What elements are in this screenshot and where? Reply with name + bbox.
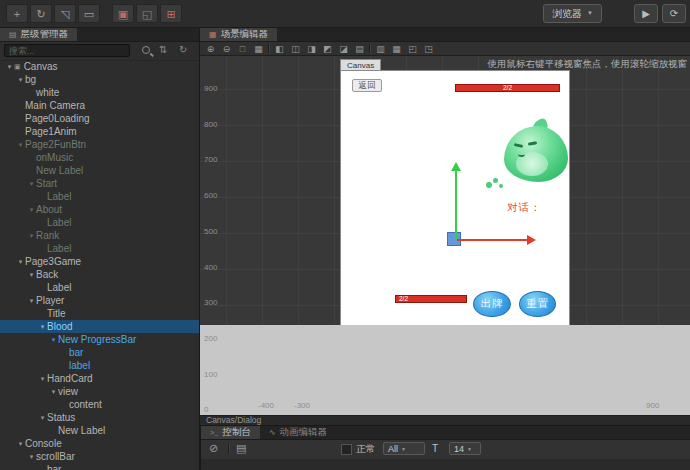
- rect-tool-icon[interactable]: ▭: [78, 4, 100, 23]
- tree-item-page1anim[interactable]: Page1Anim: [0, 125, 199, 138]
- expand-arrow-icon[interactable]: ▾: [49, 333, 58, 346]
- refresh-tree-icon[interactable]: ↻: [179, 44, 187, 55]
- expand-arrow-icon[interactable]: ▾: [27, 177, 36, 190]
- fit-view-icon[interactable]: ▦: [252, 44, 265, 54]
- expand-arrow-icon[interactable]: ▾: [16, 73, 25, 86]
- pivot-toggle-icon[interactable]: ▣: [112, 4, 134, 23]
- tree-item-content[interactable]: content: [0, 398, 199, 411]
- player-hp-bar[interactable]: 2/2: [395, 295, 467, 303]
- enemy-hp-bar[interactable]: 2/2: [455, 84, 560, 92]
- tree-item-label[interactable]: label: [0, 359, 199, 372]
- tree-item-canvas[interactable]: ▾▣Canvas: [0, 60, 199, 73]
- expand-h-icon[interactable]: ◰: [406, 44, 419, 54]
- tree-item-console[interactable]: ▾Console: [0, 437, 199, 450]
- distribute-h-icon[interactable]: ▥: [374, 44, 387, 54]
- dialog-label: 对话：: [507, 201, 542, 215]
- zoom-reset-icon[interactable]: □: [236, 44, 249, 54]
- expand-arrow-icon[interactable]: ▾: [27, 268, 36, 281]
- tree-item-label[interactable]: Label: [0, 216, 199, 229]
- expand-arrow-icon[interactable]: ▾: [27, 450, 36, 463]
- tab-scene-editor[interactable]: ▦ 场景编辑器: [200, 28, 277, 41]
- tree-item-new-progressbar[interactable]: ▾New ProgressBar: [0, 333, 199, 346]
- tree-item-new-label[interactable]: New Label: [0, 424, 199, 437]
- rotate-tool-icon[interactable]: ↻: [30, 4, 52, 23]
- align-middle-icon[interactable]: ◪: [337, 44, 350, 54]
- browser-select[interactable]: 浏览器 ▼: [543, 4, 602, 23]
- gizmo-y-axis[interactable]: [455, 170, 457, 240]
- align-bottom-icon[interactable]: ▤: [353, 44, 366, 54]
- tree-item-main-camera[interactable]: Main Camera: [0, 99, 199, 112]
- font-size-icon[interactable]: T: [432, 442, 438, 455]
- tab-hierarchy[interactable]: ▤ 层级管理器: [0, 28, 77, 41]
- tree-item-bar[interactable]: bar: [0, 463, 199, 470]
- scale-tool-icon[interactable]: ◹: [54, 4, 76, 23]
- tree-item-status[interactable]: ▾Status: [0, 411, 199, 424]
- search-icon[interactable]: [141, 45, 153, 57]
- move-tool-icon[interactable]: +: [6, 4, 28, 23]
- tree-item-new-label[interactable]: New Label: [0, 164, 199, 177]
- distribute-v-icon[interactable]: ▦: [390, 44, 403, 54]
- clear-console-icon[interactable]: ⊘: [209, 442, 218, 455]
- expand-arrow-icon[interactable]: ▾: [16, 255, 25, 268]
- back-button-node[interactable]: 返回: [352, 79, 382, 92]
- tree-item-blood[interactable]: ▾Blood: [0, 320, 199, 333]
- align-center-h-icon[interactable]: ◫: [289, 44, 302, 54]
- refresh-button[interactable]: ⟳: [662, 4, 686, 23]
- zoom-in-icon[interactable]: ⊕: [204, 44, 217, 54]
- normal-filter-checkbox[interactable]: [341, 444, 352, 455]
- expand-arrow-icon[interactable]: ▾: [16, 437, 25, 450]
- tree-item-label[interactable]: Label: [0, 281, 199, 294]
- reset-button-node[interactable]: 重置: [519, 291, 556, 317]
- tree-item-white[interactable]: white: [0, 86, 199, 99]
- player-hp-label: 2/2: [399, 296, 408, 302]
- tree-item-bar[interactable]: bar: [0, 346, 199, 359]
- tree-item-page3game[interactable]: ▾Page3Game: [0, 255, 199, 268]
- scene-viewport[interactable]: 使用鼠标右键平移视窗焦点，使用滚轮缩放视窗 Canvas 90080070060…: [200, 56, 690, 415]
- tree-item-page0loading[interactable]: Page0Loading: [0, 112, 199, 125]
- font-size-select[interactable]: 14 ▼: [449, 442, 481, 455]
- tree-item-bg[interactable]: ▾bg: [0, 73, 199, 86]
- zoom-out-icon[interactable]: ⊖: [220, 44, 233, 54]
- align-left-icon[interactable]: ◧: [273, 44, 286, 54]
- tree-item-scrollbar[interactable]: ▾scrollBar: [0, 450, 199, 463]
- expand-v-icon[interactable]: ◳: [422, 44, 435, 54]
- console-log-area[interactable]: [201, 459, 690, 470]
- tree-item-page2funbtn[interactable]: ▾Page2FunBtn: [0, 138, 199, 151]
- tab-animation-editor[interactable]: ∿ 动画编辑器: [260, 426, 336, 439]
- tree-item-onmusic[interactable]: onMusic: [0, 151, 199, 164]
- collapse-icon[interactable]: ▤: [236, 442, 246, 455]
- align-right-icon[interactable]: ◨: [305, 44, 318, 54]
- tab-console[interactable]: >_ 控制台: [201, 426, 260, 439]
- play-card-button-node[interactable]: 出牌: [473, 291, 511, 317]
- expand-arrow-icon[interactable]: ▾: [38, 411, 47, 424]
- expand-arrow-icon[interactable]: ▾: [38, 372, 47, 385]
- align-top-icon[interactable]: ◩: [321, 44, 334, 54]
- grid-toggle-icon[interactable]: ⊞: [160, 4, 182, 23]
- tree-item-start[interactable]: ▾Start: [0, 177, 199, 190]
- expand-arrow-icon[interactable]: ▾: [38, 320, 47, 333]
- anchor-toggle-icon[interactable]: ◱: [136, 4, 158, 23]
- expand-arrow-icon[interactable]: ▾: [27, 229, 36, 242]
- animation-tab-icon: ∿: [269, 428, 276, 437]
- tree-item-view[interactable]: ▾view: [0, 385, 199, 398]
- tree-item-player[interactable]: ▾Player: [0, 294, 199, 307]
- tree-item-label[interactable]: Label: [0, 190, 199, 203]
- expand-arrow-icon[interactable]: ▾: [5, 60, 14, 73]
- tree-item-back[interactable]: ▾Back: [0, 268, 199, 281]
- expand-arrow-icon[interactable]: ▾: [16, 138, 25, 151]
- tree-item-title[interactable]: Title: [0, 307, 199, 320]
- tree-item-rank[interactable]: ▾Rank: [0, 229, 199, 242]
- tree-item-handcard[interactable]: ▾HandCard: [0, 372, 199, 385]
- particle-dot: [493, 178, 498, 183]
- log-level-select[interactable]: All ▼: [383, 442, 425, 455]
- gizmo-x-axis[interactable]: [457, 239, 527, 241]
- sort-icon[interactable]: ⇅: [159, 44, 167, 55]
- search-input[interactable]: [4, 44, 130, 57]
- play-button[interactable]: ▶: [634, 4, 658, 23]
- expand-arrow-icon[interactable]: ▾: [27, 203, 36, 216]
- expand-arrow-icon[interactable]: ▾: [27, 294, 36, 307]
- tree-item-about[interactable]: ▾About: [0, 203, 199, 216]
- tree-item-label[interactable]: Label: [0, 242, 199, 255]
- expand-arrow-icon[interactable]: ▾: [49, 385, 58, 398]
- slime-sprite[interactable]: [504, 120, 570, 192]
